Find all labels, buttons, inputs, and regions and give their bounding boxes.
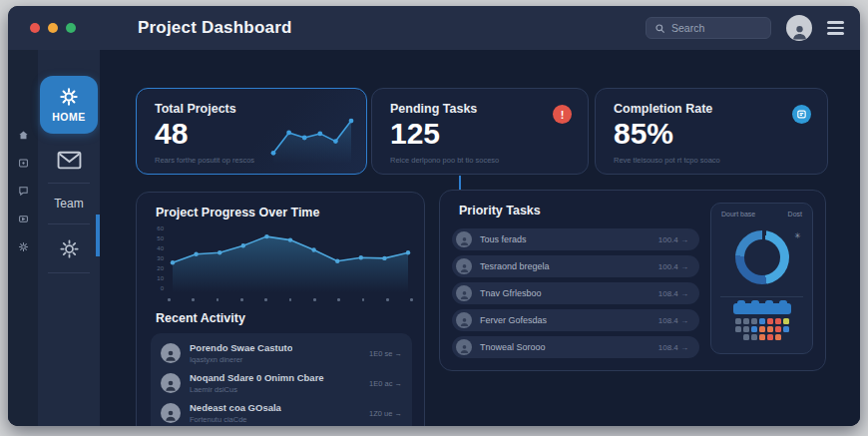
calendar-day-cell[interactable]	[783, 326, 789, 332]
calendar-day-cell[interactable]	[743, 318, 749, 324]
progress-panel: Project Progress Over Time 6050403020100…	[136, 192, 425, 426]
user-avatar-icon	[456, 258, 472, 274]
window-controls	[30, 23, 76, 33]
y-tick-label: 30	[157, 255, 164, 261]
x-tick	[289, 298, 292, 301]
alert-badge-icon: !	[553, 105, 572, 124]
calendar-grid	[711, 318, 812, 340]
stat-value: 125	[390, 119, 570, 149]
calendar-day-cell[interactable]	[743, 334, 749, 340]
activity-meta: 1Z0 ue →	[369, 409, 402, 418]
calendar-day-cell[interactable]	[759, 334, 765, 340]
user-avatar-icon	[456, 339, 472, 355]
user-avatar-icon	[161, 403, 181, 423]
divider	[48, 272, 90, 273]
person-icon	[790, 22, 809, 41]
task-label: Tnoweal Sorooo	[480, 342, 546, 352]
stat-value: 85%	[614, 119, 809, 149]
stat-title: Pending Tasks	[390, 102, 570, 116]
stat-card-completion-rate[interactable]: Completion Rate 85% Reve tleisouso pot r…	[595, 88, 828, 175]
sidebar: HOME Team	[38, 50, 100, 426]
chat-icon[interactable]	[18, 186, 29, 197]
calendar-day-cell[interactable]	[759, 318, 765, 324]
x-tick	[362, 298, 365, 301]
calendar-day-cell[interactable]	[775, 326, 781, 332]
search-placeholder: Search	[671, 22, 704, 34]
content-area: HOME Team Total Projects 48 Rears forthe…	[8, 50, 860, 426]
task-label: Tesraond bregela	[480, 261, 550, 271]
activity-title: Porendo Swae Castuto	[190, 342, 292, 353]
envelope-icon	[57, 151, 82, 170]
calendar-day-cell[interactable]	[783, 318, 789, 324]
app-window: Project Dashboard Search	[8, 6, 860, 426]
calendar-day-cell[interactable]	[751, 318, 757, 324]
activity-item[interactable]: Porendo Swae CastutoIqastyxn dinerer1E0 …	[161, 338, 402, 368]
activity-item[interactable]: Nedeast coa GOsalaFortenutu ciaCde1Z0 ue…	[161, 398, 402, 426]
activity-list: Porendo Swae CastutoIqastyxn dinerer1E0 …	[151, 333, 412, 426]
stat-card-pending-tasks[interactable]: Pending Tasks 125 Reice derlpono poo bt …	[371, 88, 589, 175]
calendar-header	[733, 303, 791, 314]
calendar-day-cell[interactable]	[735, 318, 741, 324]
minimize-window-button[interactable]	[48, 23, 58, 33]
menu-button[interactable]	[827, 21, 844, 35]
user-avatar-icon	[456, 285, 472, 301]
widget-label-right[interactable]: Dost	[788, 211, 802, 218]
task-list: Tous ferads100.4 →Tesraond bregela100.4 …	[452, 228, 699, 358]
gear-icon[interactable]	[18, 241, 29, 252]
calendar-day-cell[interactable]	[735, 326, 741, 332]
task-row[interactable]: Tnoweal Sorooo108.4 →	[452, 336, 699, 358]
activity-subtitle: Fortenutu ciaCde	[190, 415, 281, 424]
x-tick	[410, 298, 413, 301]
calendar-day-cell[interactable]	[751, 334, 757, 340]
calendar-day-cell[interactable]	[759, 326, 765, 332]
x-tick	[264, 298, 267, 301]
task-row[interactable]: Tous ferads100.4 →	[452, 228, 699, 250]
sidebar-item-messages[interactable]	[57, 151, 82, 170]
task-row[interactable]: Tnav Gfrlesboo108.4 →	[452, 282, 699, 304]
summary-widget: Dourt base Dost ✳	[710, 203, 813, 354]
y-tick-label: 10	[157, 275, 164, 281]
divider	[48, 223, 90, 224]
report-badge-icon	[792, 105, 811, 124]
maximize-window-button[interactable]	[66, 23, 76, 33]
calendar-day-cell[interactable]	[751, 326, 757, 332]
calendar-day-cell[interactable]	[767, 334, 773, 340]
calendar-day-cell[interactable]	[743, 326, 749, 332]
sidebar-item-settings[interactable]	[59, 238, 80, 259]
icon-rail	[8, 50, 38, 426]
sidebar-item-home[interactable]: HOME	[40, 76, 98, 134]
user-avatar[interactable]	[786, 15, 812, 41]
activity-subtitle: Laemir dsiCus	[190, 385, 324, 394]
search-icon	[654, 23, 665, 34]
activity-item[interactable]: Noqand Sdare 0 Onimn CbareLaemir dsiCus1…	[161, 368, 402, 398]
task-row[interactable]: Tesraond bregela100.4 →	[452, 255, 699, 277]
home-icon[interactable]	[18, 130, 29, 141]
x-axis-ticks	[168, 298, 413, 301]
x-tick	[240, 298, 243, 301]
task-meta: 108.4 →	[658, 316, 688, 325]
task-row[interactable]: Ferver Gofesdas108.4 →	[452, 309, 699, 331]
sidebar-item-team[interactable]: Team	[54, 197, 83, 211]
video-icon[interactable]	[18, 214, 29, 224]
section-title: Recent Activity	[156, 311, 245, 325]
search-input[interactable]: Search	[646, 17, 771, 39]
stat-subtitle: Reice derlpono poo bt tio soceso	[390, 156, 570, 165]
y-tick-label: 50	[157, 235, 164, 241]
divider	[48, 183, 90, 184]
hamburger-icon	[827, 21, 844, 24]
sparkline-chart	[268, 110, 356, 166]
calendar-day-cell[interactable]	[767, 318, 773, 324]
cog-icon	[59, 87, 79, 107]
stat-subtitle: Reve tleisouso pot rt tcpo soaco	[614, 156, 809, 165]
calendar-day-cell[interactable]	[767, 326, 773, 332]
widget-label-left: Dourt base	[721, 211, 755, 218]
y-tick-label: 60	[157, 225, 164, 231]
calendar-day-cell[interactable]	[775, 318, 781, 324]
close-window-button[interactable]	[30, 23, 40, 33]
calendar-day-cell[interactable]	[775, 334, 781, 340]
task-meta: 108.4 →	[658, 343, 688, 352]
user-avatar-icon	[456, 312, 472, 328]
window-icon[interactable]	[18, 158, 29, 169]
x-tick	[192, 298, 195, 301]
stat-card-total-projects[interactable]: Total Projects 48 Rears forthe posutit o…	[136, 88, 367, 175]
